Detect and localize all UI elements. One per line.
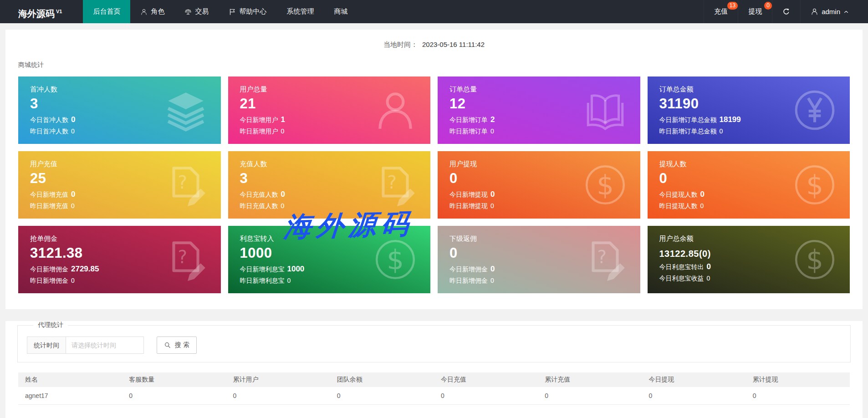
dollar-circle-icon — [791, 236, 838, 283]
flag-icon — [229, 8, 236, 15]
cell-name: agnet17 — [18, 387, 122, 405]
stat-time-label: 统计时间 — [27, 336, 66, 354]
recharge-label: 充值 — [714, 7, 728, 16]
table-header: 团队余额 — [330, 372, 434, 387]
local-time: 当地时间：2023-05-16 11:11:42 — [5, 30, 863, 49]
cell-total-recharge: 0 — [538, 387, 642, 405]
stat-card-order-total-amount: 订单总金额 31190 今日新增订单总金额18199 昨日新增订单总金额0 — [648, 76, 850, 144]
stats-cards-grid: 首冲人数 3 今日首冲人数0 昨日首冲人数0 用户总量 21 今日新增用户1 昨… — [18, 76, 850, 293]
nav-item-system-manage[interactable]: 系统管理 — [276, 0, 324, 23]
stat-card-user-total-balance: 用户总余额 13122.85(0) 今日利息宝转出0 今日利息宝收益0 — [648, 226, 850, 293]
table-header: 今日提现 — [642, 372, 746, 387]
table-header-row: 姓名 客服数量 累计用户 团队余额 今日充值 累计充值 今日提现 累计提现 — [18, 372, 850, 387]
nav-item-dashboard[interactable]: 后台首页 — [83, 0, 130, 23]
doc-question-icon — [163, 162, 209, 208]
nav-item-trade[interactable]: 交易 — [174, 0, 219, 23]
mall-stats-panel: 当地时间：2023-05-16 11:11:42 商城统计 首冲人数 3 今日首… — [5, 30, 863, 309]
stat-card-recharge-users: 充值人数 3 今日充值人数0 昨日充值人数0 — [228, 151, 431, 219]
nav-item-label: 商城 — [334, 7, 347, 16]
withdraw-badge: 0 — [764, 2, 772, 10]
withdraw-label: 提现 — [748, 7, 762, 16]
layers-icon — [163, 87, 209, 133]
stat-card-withdraw-users: 提现人数 0 今日提现人数0 昨日提现人数0 — [648, 151, 850, 219]
nav-item-label: 交易 — [195, 7, 209, 16]
stat-card-user-recharge: 用户充值 25 今日新增充值0 昨日新增充值0 — [18, 151, 221, 219]
search-icon — [164, 342, 171, 349]
local-time-label: 当地时间： — [383, 41, 418, 48]
doc-question-icon — [582, 236, 628, 283]
table-header: 姓名 — [18, 372, 122, 387]
brand-version: V1 — [56, 9, 62, 14]
stat-card-total-orders: 订单总量 12 今日新增订单2 昨日新增订单0 — [438, 76, 640, 144]
navbar-right: 充值 13 提现 0 admin — [704, 0, 868, 23]
nav-item-help-center[interactable]: 帮助中心 — [219, 0, 276, 23]
user-menu[interactable]: admin — [800, 0, 859, 23]
agent-stats-fieldset: 代理统计 统计时间 搜 索 — [17, 321, 851, 362]
table-header: 累计提现 — [746, 372, 850, 387]
brand-logo[interactable]: 海外源码V1 — [0, 0, 83, 23]
doc-question-icon — [163, 236, 209, 283]
stat-card-first-charge-users: 首冲人数 3 今日首冲人数0 昨日首冲人数0 — [18, 76, 221, 144]
stat-card-total-users: 用户总量 21 今日新增用户1 昨日新增用户0 — [228, 76, 431, 144]
table-row: agnet17 0 0 0 0 0 0 0 — [18, 387, 850, 405]
table-header: 今日充值 — [434, 372, 538, 387]
cell-today-withdraw: 0 — [642, 387, 746, 405]
nav-item-label: 后台首页 — [93, 7, 120, 16]
dollar-circle-icon — [582, 162, 628, 208]
doc-question-icon — [372, 162, 419, 208]
stat-card-order-commission: 抢单佣金 3121.38 今日新增佣金2729.85 昨日新增佣金0 — [18, 226, 221, 293]
cell-total-withdraw: 0 — [746, 387, 850, 405]
cell-total-users: 0 — [226, 387, 330, 405]
book-icon — [582, 87, 628, 133]
withdraw-link[interactable]: 提现 0 — [738, 0, 772, 23]
yen-circle-icon — [791, 87, 838, 133]
nav-item-label: 帮助中心 — [239, 7, 266, 16]
cell-team-balance: 0 — [330, 387, 434, 405]
cell-today-recharge: 0 — [434, 387, 538, 405]
stat-card-interest-transfer-in: 利息宝转入 1000 今日新增利息宝1000 昨日新增利息宝0 — [228, 226, 431, 293]
chevron-up-icon — [843, 9, 849, 15]
search-button-label: 搜 索 — [175, 341, 189, 349]
nav-item-mall[interactable]: 商城 — [324, 0, 357, 23]
filter-row: 统计时间 搜 索 — [27, 336, 841, 354]
nav-item-label: 系统管理 — [286, 7, 314, 16]
agent-stats-legend: 代理统计 — [33, 321, 68, 329]
nav-item-label: 角色 — [151, 7, 164, 16]
top-navbar: 海外源码V1 后台首页 角色 交易 帮助中心 系统管理 商城 充值 13 提 — [0, 0, 868, 23]
username: admin — [822, 8, 840, 15]
brand-title: 海外源码 — [18, 9, 55, 19]
table-header: 累计充值 — [538, 372, 642, 387]
stat-time-input[interactable] — [66, 336, 144, 354]
user-icon — [372, 87, 419, 133]
local-time-value: 2023-05-16 11:11:42 — [422, 41, 485, 48]
agent-stats-panel: 代理统计 统计时间 搜 索 姓名 客服数量 累计用户 团队余额 今日充值 累计充… — [5, 321, 863, 418]
user-icon — [811, 8, 818, 15]
dollar-circle-icon — [791, 162, 838, 208]
table-header: 客服数量 — [122, 372, 226, 387]
refresh-button[interactable] — [772, 0, 800, 23]
cell-service-count: 0 — [122, 387, 226, 405]
search-button[interactable]: 搜 索 — [157, 336, 197, 354]
refresh-icon — [782, 8, 790, 15]
stat-card-sub-rebate: 下级返佣 0 今日新增佣金0 昨日新增佣金0 — [438, 226, 640, 293]
agent-table: 姓名 客服数量 累计用户 团队余额 今日充值 累计充值 今日提现 累计提现 ag… — [18, 372, 850, 405]
stats-section-title: 商城统计 — [18, 61, 863, 69]
stat-card-user-withdraw: 用户提现 0 今日新增提现0 昨日新增提现0 — [438, 151, 640, 219]
table-header: 累计用户 — [226, 372, 330, 387]
dollar-circle-icon — [372, 236, 419, 283]
nav-item-roles[interactable]: 角色 — [130, 0, 174, 23]
recharge-link[interactable]: 充值 13 — [704, 0, 738, 23]
main-nav: 后台首页 角色 交易 帮助中心 系统管理 商城 — [83, 0, 357, 23]
user-icon — [140, 8, 148, 15]
scales-icon — [184, 8, 192, 15]
recharge-badge: 13 — [727, 2, 738, 10]
